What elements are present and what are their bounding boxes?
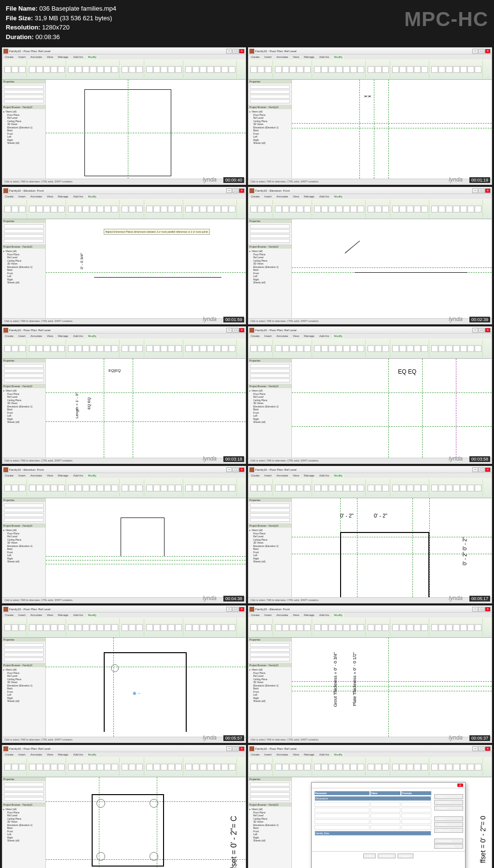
ribbon-button[interactable]: ▪ xyxy=(153,764,160,770)
project-browser[interactable]: ▸ Views (all)Floor PlansRef LevelCeiling… xyxy=(2,388,45,425)
ribbon-button[interactable]: ▪ xyxy=(19,345,26,352)
property-field[interactable] xyxy=(250,369,290,373)
ribbon-button[interactable]: ▪ xyxy=(51,345,57,352)
ribbon-button[interactable]: ▪ xyxy=(368,624,374,631)
ribbon-button[interactable]: ▪ xyxy=(136,66,143,73)
ribbon-button[interactable]: ▪ xyxy=(175,66,182,73)
ribbon-button[interactable]: ▪ xyxy=(168,345,175,352)
ribbon-button[interactable]: ▪ xyxy=(321,764,328,770)
ribbon-button[interactable]: ▪ xyxy=(399,206,406,212)
ribbon-button[interactable]: ▪ xyxy=(336,345,343,352)
minimize-button[interactable]: − xyxy=(472,467,478,472)
ribbon-button[interactable]: ▪ xyxy=(475,485,481,491)
ribbon-button[interactable]: ▪ xyxy=(175,206,182,212)
ribbon-button[interactable]: ▪ xyxy=(200,66,206,73)
ribbon-button[interactable]: ▪ xyxy=(275,66,282,73)
ribbon-button[interactable]: ▪ xyxy=(82,764,89,770)
property-field[interactable] xyxy=(250,364,290,368)
ribbon-button[interactable]: ▪ xyxy=(399,345,406,352)
ribbon-tab[interactable]: Create xyxy=(3,474,15,477)
ribbon-button[interactable]: ▪ xyxy=(414,206,421,212)
video-thumbnail[interactable]: Family10 - Floor Plan: Ref Level − □ × C… xyxy=(248,745,492,868)
ribbon-button[interactable]: ▪ xyxy=(250,206,257,212)
ribbon-tab[interactable]: Annotate xyxy=(275,195,289,198)
ribbon-button[interactable]: ▪ xyxy=(82,66,89,73)
ribbon-button[interactable]: ▪ xyxy=(392,485,399,491)
property-field[interactable] xyxy=(250,95,290,98)
maximize-button[interactable]: □ xyxy=(233,607,238,612)
ribbon-button[interactable]: ▪ xyxy=(343,624,350,631)
property-field[interactable] xyxy=(4,643,44,647)
property-field[interactable] xyxy=(250,797,290,801)
ribbon-button[interactable]: ▪ xyxy=(399,764,406,770)
ribbon-button[interactable]: ▪ xyxy=(153,206,160,212)
ribbon-tab[interactable]: Insert xyxy=(17,335,27,337)
ribbon-tab[interactable]: Add-Ins xyxy=(72,56,85,58)
ribbon-button[interactable]: ▪ xyxy=(161,66,167,73)
ribbon-button[interactable]: ▪ xyxy=(446,485,453,491)
ribbon-button[interactable]: ▪ xyxy=(297,764,303,770)
ribbon-button[interactable]: ▪ xyxy=(36,764,43,770)
video-thumbnail[interactable]: Family10 - Floor Plan: Ref Level − □ × C… xyxy=(248,326,492,464)
ribbon-button[interactable]: ▪ xyxy=(375,485,382,491)
ribbon-button[interactable]: ▪ xyxy=(275,206,282,212)
ribbon-tab[interactable]: Add-Ins xyxy=(318,335,331,337)
ribbon-tab[interactable]: Modify xyxy=(86,195,98,198)
ribbon-button[interactable]: ▪ xyxy=(368,66,374,73)
ribbon-button[interactable]: ▪ xyxy=(36,485,43,491)
ribbon-button[interactable]: ▪ xyxy=(68,485,75,491)
project-browser[interactable]: ▸ Views (all)Floor PlansRef LevelCeiling… xyxy=(2,249,45,285)
video-thumbnail[interactable]: Family10 - Floor Plan: Ref Level − □ × C… xyxy=(2,605,246,743)
ribbon-button[interactable]: ▪ xyxy=(221,206,228,212)
ribbon-button[interactable]: ▪ xyxy=(407,345,413,352)
ribbon-button[interactable]: ▪ xyxy=(129,66,136,73)
ribbon-button[interactable]: ▪ xyxy=(122,624,128,631)
ribbon-button[interactable]: ▪ xyxy=(453,345,460,352)
ribbon-button[interactable]: ▪ xyxy=(439,66,445,73)
ribbon-button[interactable]: ▪ xyxy=(146,345,153,352)
ribbon-button[interactable]: ▪ xyxy=(122,206,128,212)
ribbon-button[interactable]: ▪ xyxy=(265,66,272,73)
video-thumbnail[interactable]: Family10 - Elevation: Front − □ × Create… xyxy=(248,187,492,324)
ribbon-button[interactable]: ▪ xyxy=(399,66,406,73)
ribbon-button[interactable]: ▪ xyxy=(4,345,11,352)
ribbon-tab[interactable]: View xyxy=(45,474,55,477)
ribbon-button[interactable]: ▪ xyxy=(439,764,445,770)
property-field[interactable] xyxy=(250,648,290,652)
project-browser[interactable]: ▸ Views (all)Floor PlansRef LevelCeiling… xyxy=(2,807,45,843)
property-field[interactable] xyxy=(250,643,290,647)
ribbon-tab[interactable]: Manage xyxy=(302,753,316,756)
ribbon-button[interactable]: ▪ xyxy=(368,206,374,212)
maximize-button[interactable]: □ xyxy=(233,49,238,54)
ribbon-button[interactable]: ▪ xyxy=(336,485,343,491)
maximize-button[interactable]: □ xyxy=(479,746,484,751)
ribbon-button[interactable]: ▪ xyxy=(399,624,406,631)
dialog-close[interactable]: × xyxy=(457,784,463,787)
ribbon-button[interactable]: ▪ xyxy=(414,764,421,770)
close-button[interactable]: × xyxy=(239,188,245,193)
ribbon-tab[interactable]: View xyxy=(291,474,301,477)
ribbon-button[interactable]: ▪ xyxy=(82,345,89,352)
ribbon-button[interactable]: ▪ xyxy=(407,764,413,770)
ribbon-button[interactable]: ▪ xyxy=(29,66,36,73)
property-field[interactable] xyxy=(4,653,44,657)
ribbon-button[interactable]: ▪ xyxy=(111,66,118,73)
ribbon-tab[interactable]: Insert xyxy=(17,474,27,477)
drawing-canvas[interactable]: ⊕→ xyxy=(46,638,246,737)
ribbon-button[interactable]: ▪ xyxy=(153,66,160,73)
ribbon-button[interactable]: ▪ xyxy=(136,485,143,491)
ribbon-button[interactable]: ▪ xyxy=(221,345,228,352)
ribbon-button[interactable]: ▪ xyxy=(221,66,228,73)
ribbon-button[interactable]: ▪ xyxy=(343,66,350,73)
ribbon-button[interactable]: ▪ xyxy=(221,764,228,770)
ribbon-button[interactable]: ▪ xyxy=(129,764,136,770)
ribbon-button[interactable]: ▪ xyxy=(350,66,357,73)
ribbon-button[interactable]: ▪ xyxy=(250,485,257,491)
ribbon-button[interactable]: ▪ xyxy=(36,66,43,73)
ribbon-button[interactable]: ▪ xyxy=(297,345,303,352)
ribbon-button[interactable]: ▪ xyxy=(375,764,382,770)
ribbon-button[interactable]: ▪ xyxy=(258,485,264,491)
dialog-button[interactable]: OK xyxy=(363,854,376,858)
property-field[interactable] xyxy=(4,90,44,94)
ribbon-tab[interactable]: Modify xyxy=(86,614,98,616)
